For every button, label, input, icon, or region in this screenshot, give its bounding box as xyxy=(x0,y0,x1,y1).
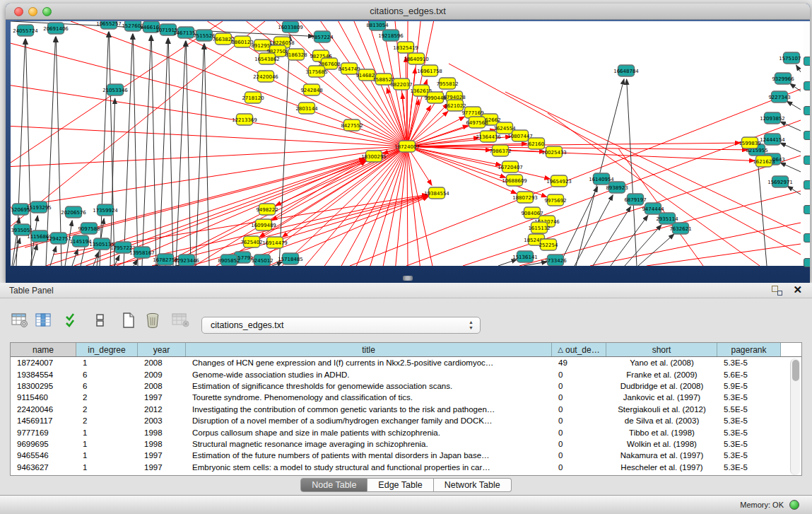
graph-node[interactable]: 20691406 xyxy=(43,23,69,34)
column-header-label: title xyxy=(362,345,375,355)
graph-node[interactable]: 3175685 xyxy=(305,66,327,77)
table-row[interactable]: 946554611997Estimation of the future num… xyxy=(11,450,801,461)
graph-node[interactable]: 10688609 xyxy=(502,175,527,186)
graph-node[interactable]: 15751074 xyxy=(779,52,801,64)
graph-node[interactable]: 9975692 xyxy=(544,194,566,206)
graph-node[interactable]: 252254 xyxy=(539,239,558,250)
table-row[interactable]: 1456911722003Disruption of a novel membe… xyxy=(11,415,801,426)
delete-table-icon[interactable] xyxy=(171,310,191,330)
graph-node[interactable]: 16720407 xyxy=(498,161,523,173)
graph-node[interactable]: 17359924 xyxy=(93,204,118,216)
graph-node[interactable]: 7955812 xyxy=(436,78,458,89)
table-cell: 1 xyxy=(76,451,138,460)
window-titlebar[interactable]: citations_edges.txt xyxy=(6,4,810,20)
column-header-in_degree[interactable]: in_degree xyxy=(76,343,138,356)
graph-node[interactable]: 2718120 xyxy=(242,92,264,103)
column-header-year[interactable]: year xyxy=(138,343,186,356)
graph-node[interactable]: 15136141 xyxy=(512,251,538,262)
table-row[interactable]: 977716911998Corpus callosum shape and si… xyxy=(11,426,801,438)
delete-column-icon[interactable] xyxy=(143,310,163,330)
graph-node[interactable]: 15718485 xyxy=(278,253,303,264)
network-graph[interactable]: 2405572420691406106552571527602846616010… xyxy=(11,21,801,266)
table-row[interactable]: 969969511998Structural magnetic resonanc… xyxy=(11,438,801,450)
table-row[interactable]: 2242004622012Investigating the contribut… xyxy=(11,404,801,415)
graph-edge xyxy=(498,259,517,266)
selection-mode-icon[interactable] xyxy=(62,310,82,330)
table-row[interactable]: 946362711997Embryonic stem cells: a mode… xyxy=(11,462,801,473)
vertical-scrollbar[interactable] xyxy=(790,358,800,475)
graph-node[interactable]: 1599839 xyxy=(739,137,760,148)
graph-node[interactable]: 7857224 xyxy=(311,31,334,42)
show-columns-icon[interactable] xyxy=(34,310,54,330)
scrollbar-thumb[interactable] xyxy=(792,360,799,381)
table-cell: 5.3E-5 xyxy=(717,416,781,425)
graph-node[interactable]: 6879197 xyxy=(624,194,646,205)
table-row[interactable]: 911546021997Tourette syndrome. Phenomeno… xyxy=(11,392,801,403)
column-header-out_de[interactable]: △out_de… xyxy=(552,343,606,356)
graph-node-label: 18807293 xyxy=(512,195,538,201)
tab-node-table[interactable]: Node Table xyxy=(300,478,367,492)
graph-node[interactable]: 19654923 xyxy=(546,175,572,187)
row-height-icon[interactable] xyxy=(90,310,110,330)
graph-node[interactable]: 1615132 xyxy=(528,222,550,233)
graph-node-label: 12923446 xyxy=(174,258,199,264)
graph-node[interactable]: 16033809 xyxy=(278,21,303,33)
graph-node[interactable]: 62160 xyxy=(529,138,545,149)
graph-edge xyxy=(133,34,138,266)
close-panel-icon[interactable]: ✕ xyxy=(793,284,802,296)
graph-node-label: 6497568 xyxy=(466,120,488,126)
table-panel: Table Panel ✕ f(x) citations_edges.txt ▲… xyxy=(0,283,812,495)
float-panel-icon[interactable] xyxy=(772,286,782,296)
graph-node[interactable]: 9329966 xyxy=(772,73,794,84)
graph-node-label: 7857224 xyxy=(311,35,334,40)
network-view-canvas[interactable]: 2405572420691406106552571527602846616010… xyxy=(11,21,805,266)
graph-node-label: 16099489 xyxy=(251,223,276,228)
graph-node[interactable]: 19218596 xyxy=(378,30,404,41)
column-header-short[interactable]: short xyxy=(606,343,717,356)
graph-node[interactable]: 1621623 xyxy=(753,156,775,167)
graph-node[interactable]: 9242848 xyxy=(300,84,322,95)
graph-node[interactable]: 16648784 xyxy=(613,65,639,76)
column-header-label: in_degree xyxy=(88,345,125,355)
panel-divider-handle[interactable] xyxy=(403,276,413,281)
graph-node-label: 21053346 xyxy=(102,88,128,93)
graph-node[interactable]: 8813054 xyxy=(366,21,389,30)
graph-node[interactable]: 20206576 xyxy=(61,206,86,218)
graph-node-label: 15692971 xyxy=(767,180,793,185)
graph-node[interactable]: 9245012 xyxy=(251,255,273,266)
graph-node[interactable]: 16961758 xyxy=(417,65,442,76)
graph-node[interactable]: 10655257 xyxy=(96,21,122,29)
column-header-pagerank[interactable]: pagerank xyxy=(717,343,781,356)
graph-node[interactable]: 7632621 xyxy=(669,223,691,234)
graph-node[interactable]: 8905852 xyxy=(218,255,240,266)
table-mode-icon[interactable] xyxy=(10,310,30,330)
tab-edge-table[interactable]: Edge Table xyxy=(367,478,433,492)
table-panel-header: Table Panel ✕ xyxy=(0,283,812,298)
graph-node[interactable]: 15692971 xyxy=(767,176,793,187)
graph-node[interactable]: 8860123 xyxy=(231,36,253,47)
graph-node[interactable]: 8186328 xyxy=(285,49,307,60)
table-row[interactable]: 1830029562008Estimation of significance … xyxy=(11,380,801,392)
table-selector-dropdown[interactable]: citations_edges.txt ▲▼ xyxy=(201,317,481,334)
graph-node[interactable]: 8427552 xyxy=(341,119,363,131)
graph-node[interactable]: 9227343 xyxy=(768,91,790,103)
graph-edge xyxy=(787,101,801,110)
column-header-name[interactable]: name xyxy=(11,343,76,356)
graph-node[interactable]: 6497568 xyxy=(466,117,488,128)
graph-node[interactable]: 24055724 xyxy=(13,25,38,36)
create-column-icon[interactable] xyxy=(119,310,139,330)
graph-node[interactable]: 7625402 xyxy=(240,236,262,247)
graph-node[interactable]: 2803144 xyxy=(295,103,318,114)
graph-node[interactable]: 7986372 xyxy=(489,145,511,156)
table-row[interactable]: 1872400712008Changes of HCN gene express… xyxy=(11,357,801,368)
graph-node[interactable]: 1733426 xyxy=(544,255,567,266)
graph-node[interactable]: 8822037 xyxy=(390,78,412,90)
graph-node[interactable]: 9097588 xyxy=(78,223,100,234)
graph-node[interactable]: 9498222 xyxy=(256,204,278,215)
table-row[interactable]: 1938455462009Genome-wide association stu… xyxy=(11,368,801,380)
table-cell: 1 xyxy=(76,428,138,437)
graph-node[interactable]: 8938923 xyxy=(606,182,628,193)
graph-node[interactable]: 12213369 xyxy=(232,114,257,125)
column-header-title[interactable]: title xyxy=(186,343,552,356)
tab-network-table[interactable]: Network Table xyxy=(434,478,512,492)
